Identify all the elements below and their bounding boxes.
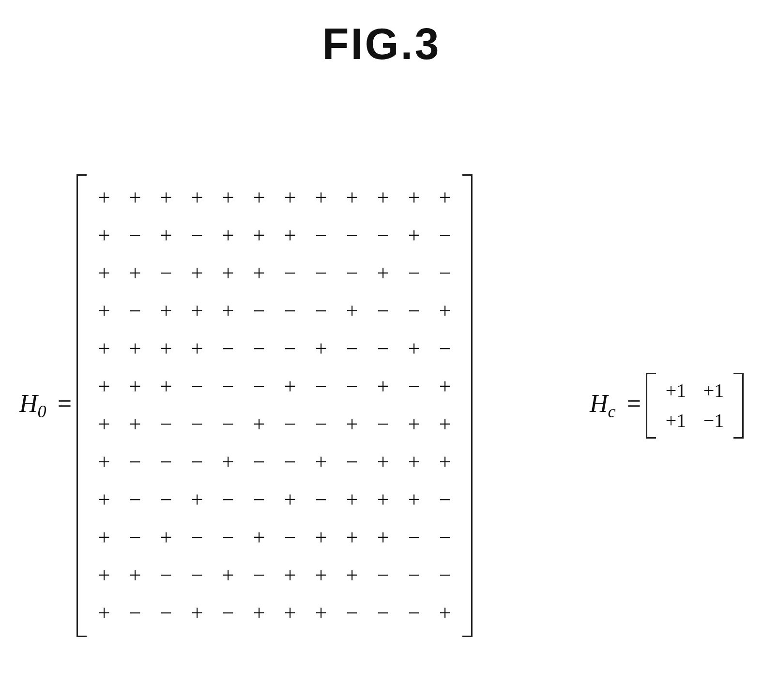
matrix-cell: − [253,338,265,360]
matrix-cell: + [253,263,265,284]
matrix-cell: + [98,301,110,322]
matrix-cell: − [284,527,296,548]
matrix-cell: − [439,527,451,548]
matrix-cell: − [129,603,141,624]
matrix-cell: + [315,603,327,624]
matrix-cell: + [284,187,296,209]
matrix-cell: + [253,527,265,548]
matrix-cell: − [346,225,358,246]
matrix-cell: + [191,301,203,322]
matrix-cell: − [377,338,389,360]
matrix-cell: + [253,603,265,624]
matrix-cell: − [377,301,389,322]
matrix-cell: + [98,376,110,397]
matrix-cell: + [377,263,389,284]
matrix-cell: − [284,414,296,435]
matrix-cell: + [346,187,358,209]
hc-equals: = [622,390,646,417]
figure-content: H0 = +++++++++++++−+−+++−−−+−++−+++−−−+−… [19,174,744,637]
matrix-cell: − [377,603,389,624]
matrix-cell: − [439,489,451,511]
matrix-cell: + [346,565,358,586]
matrix-cell: − [408,263,420,284]
matrix-cell: + [98,263,110,284]
matrix-cell: − [408,603,420,624]
matrix-cell: + [408,414,420,435]
matrix-cell: + [439,452,451,473]
matrix-cell: − [160,452,172,473]
matrix-cell: + [408,452,420,473]
matrix-cell: − [315,263,327,284]
matrix-cell: + [284,376,296,397]
matrix-cell: − [346,376,358,397]
matrix-cell: + [98,338,110,360]
matrix-cell: − [346,452,358,473]
matrix-cell: − [315,225,327,246]
matrix-cell: − [439,565,451,586]
matrix-cell: + [315,187,327,209]
h0-equation: H0 = +++++++++++++−+−+++−−−+−++−+++−−−+−… [19,174,473,637]
matrix-cell: + [346,301,358,322]
matrix-cell: + [346,414,358,435]
matrix-cell: − [253,489,265,511]
matrix-cell: − [377,414,389,435]
matrix-cell: + [408,338,420,360]
matrix-cell: + [98,489,110,511]
matrix-cell: − [439,225,451,246]
hc-label-sub: c [608,402,616,422]
matrix-cell: + [98,452,110,473]
matrix-cell: − [408,376,420,397]
matrix-cell: − [253,376,265,397]
matrix-cell: − [191,225,203,246]
matrix-cell: + [222,565,234,586]
matrix-cell: + [160,301,172,322]
matrix-cell: − [129,527,141,548]
matrix-cell: − [222,376,234,397]
matrix-cell: + [284,603,296,624]
matrix-cell: + [222,452,234,473]
matrix-cell: + [129,338,141,360]
matrix-cell: − [377,565,389,586]
bracket-left [76,174,87,637]
matrix-cell: − [315,414,327,435]
hc-label: Hc = [590,389,646,422]
matrix-cell: + [160,225,172,246]
matrix-cell: + [129,414,141,435]
matrix-cell: + [253,414,265,435]
matrix-cell: + [160,187,172,209]
matrix-cell: +1 [666,381,687,400]
matrix-cell: + [439,301,451,322]
matrix-cell: − [315,489,327,511]
h0-matrix: +++++++++++++−+−+++−−−+−++−+++−−−+−−+−++… [76,174,473,637]
matrix-cell: + [222,301,234,322]
matrix-cell: + [222,225,234,246]
matrix-cell: + [377,187,389,209]
matrix-cell: + [408,489,420,511]
matrix-cell: + [160,376,172,397]
matrix-cell: + [222,263,234,284]
matrix-cell: − [439,338,451,360]
matrix-cell: + [346,527,358,548]
matrix-cell: + [98,414,110,435]
matrix-cell: − [129,301,141,322]
matrix-cell: − [160,414,172,435]
matrix-cell: + [377,527,389,548]
matrix-cell: − [222,414,234,435]
matrix-cell: + [253,225,265,246]
hc-equation: Hc = +1+1+1−1 [590,373,744,439]
matrix-cell: −1 [703,411,724,430]
matrix-cell: + [129,565,141,586]
matrix-cell: +1 [666,411,687,430]
matrix-cell: + [98,603,110,624]
matrix-cell: + [377,376,389,397]
matrix-cell: + [284,565,296,586]
matrix-cell: + [129,376,141,397]
matrix-cell: − [222,338,234,360]
matrix-cell: + [284,489,296,511]
matrix-cell: − [160,603,172,624]
matrix-cell: + [439,376,451,397]
matrix-cell: − [160,489,172,511]
matrix-cell: + [129,263,141,284]
hc-matrix: +1+1+1−1 [646,373,744,439]
matrix-cell: + [222,187,234,209]
